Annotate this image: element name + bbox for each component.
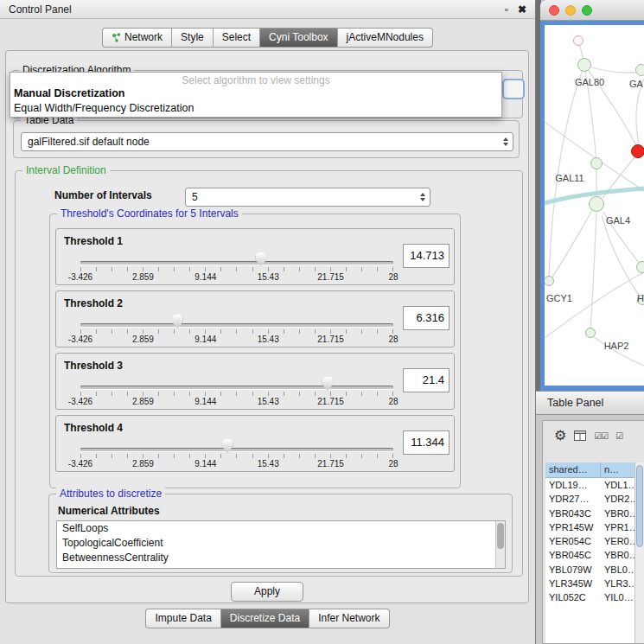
tab-jactivemnodules[interactable]: jActiveMNodules [337, 28, 433, 48]
tab-infer-network[interactable]: Infer Network [309, 609, 389, 628]
threshold-value-field[interactable]: 6.316 [403, 306, 450, 330]
threshold-box: Threshold 1 -3.4262.8599.14415.4321.7152… [55, 228, 455, 285]
threshold-slider[interactable]: -3.4262.8599.14415.4321.71528 [80, 416, 393, 471]
table-cell: YBL079W [545, 563, 601, 577]
table-header-row: shared… n… [545, 462, 634, 478]
network-node[interactable] [589, 196, 604, 212]
network-canvas[interactable]: GAL80GAGAL11GAL4GCY1HHAP2 [545, 25, 644, 386]
table-row[interactable]: YPR145WYPR1… [545, 520, 634, 534]
slider-track[interactable] [80, 323, 393, 327]
attribute-item[interactable]: SelfLoops [57, 521, 505, 536]
threshold-slider[interactable]: -3.4262.8599.14415.4321.71528 [80, 354, 393, 409]
close-icon[interactable]: ✖ [518, 3, 526, 16]
top-tabbar: Network Style Select Cyni Toolbox jActiv… [0, 28, 535, 48]
close-button[interactable] [549, 5, 559, 16]
attribute-item[interactable]: TopologicalCoefficient [57, 536, 505, 551]
threshold-value-field[interactable]: 11.344 [403, 430, 450, 455]
table-cell: YBR045C [545, 548, 601, 562]
dropdown-option-equal-width-frequency[interactable]: Equal Width/Frequency Discretization [10, 101, 501, 116]
tab-cyni-toolbox[interactable]: Cyni Toolbox [259, 28, 336, 48]
network-node[interactable] [635, 64, 644, 76]
table-row[interactable]: YBR043CYBR0… [545, 507, 634, 520]
slider-ticks [80, 454, 394, 458]
slider-scale-label: 28 [388, 459, 398, 469]
table-cell: YDR27… [545, 492, 601, 506]
cyni-toolbox-panel: Discretization Algorithm Select algorith… [5, 50, 529, 603]
slider-scale-label: 28 [388, 397, 398, 406]
tab-jactivemnodules-label: jActiveMNodules [347, 31, 424, 43]
dropdown-option-manual-discretization[interactable]: Manual Discretization [10, 86, 501, 101]
interval-definition-group-title: Interval Definition [22, 164, 110, 176]
table-cell: YPR1… [601, 520, 634, 534]
tab-impute-data-label: Impute Data [155, 612, 211, 624]
node-label: GCY1 [546, 293, 572, 303]
table-cell: YPR145W [545, 520, 601, 534]
slider-scale-label: 21.715 [317, 397, 344, 406]
column-header-shared-name[interactable]: shared… [545, 462, 601, 478]
slider-scale-label: -3.426 [68, 397, 92, 406]
numerical-attributes-label: Numerical Attributes [58, 505, 160, 517]
node-label: H [637, 293, 644, 303]
number-of-intervals-combobox[interactable]: 5 [185, 188, 430, 207]
table-row[interactable]: YER054CYER0… [545, 534, 634, 548]
tab-infer-network-label: Infer Network [318, 612, 379, 624]
threshold-box: Threshold 3 -3.4262.8599.14415.4321.7152… [55, 353, 455, 410]
algorithm-combo-focus-ring[interactable] [502, 79, 525, 99]
tab-style[interactable]: Style [171, 28, 213, 48]
table-scrollbar-thumb[interactable] [636, 465, 643, 547]
attributes-scrollbar[interactable] [495, 521, 505, 568]
slider-track[interactable] [80, 261, 393, 265]
tab-network[interactable]: Network [102, 28, 171, 48]
network-node[interactable] [577, 58, 591, 72]
network-node[interactable] [631, 144, 644, 158]
network-node[interactable] [590, 157, 603, 169]
tab-select[interactable]: Select [213, 28, 259, 48]
table-row[interactable]: YLR345WYLR3… [545, 577, 634, 590]
zoom-button[interactable] [582, 5, 592, 16]
table-cell: YBL0… [601, 563, 634, 577]
threshold-slider[interactable]: -3.4262.8599.14415.4321.71528 [80, 229, 393, 284]
table-data-combobox-value: galFiltered.sif default node [28, 136, 150, 148]
table-row[interactable]: YIL052CYIL0… [545, 590, 634, 604]
threshold-slider[interactable]: -3.4262.8599.14415.4321.71528 [80, 291, 393, 347]
table-data-group: Table Data galFiltered.sif default node [13, 120, 520, 158]
slider-scale-label: 9.144 [194, 459, 216, 469]
table-row[interactable]: YDR27…YDR2… [545, 492, 634, 506]
threshold-value-field[interactable]: 21.4 [403, 368, 450, 392]
slider-track[interactable] [80, 386, 393, 389]
network-node[interactable] [573, 35, 583, 46]
float-window-icon[interactable]: ▫ [505, 3, 508, 16]
apply-button[interactable]: Apply [231, 582, 303, 602]
attributes-group-title: Attributes to discretize [56, 488, 165, 500]
columns-icon[interactable] [574, 430, 586, 441]
minimize-button[interactable] [565, 5, 576, 16]
slider-scale-label: -3.426 [68, 459, 92, 469]
table-cell: YBR0… [601, 507, 634, 520]
slider-track[interactable] [80, 448, 393, 451]
tab-discretize-data[interactable]: Discretize Data [220, 609, 309, 628]
select-columns-icon[interactable]: ☑☑ [594, 431, 608, 441]
table-row[interactable]: YDL19…YDL1… [545, 478, 634, 492]
slider-scale-label: 15.43 [258, 272, 279, 282]
tab-impute-data[interactable]: Impute Data [145, 609, 220, 628]
gear-icon[interactable]: ⚙ [554, 429, 566, 443]
tab-style-label: Style [181, 31, 204, 43]
network-node[interactable] [585, 328, 596, 338]
table-data-combobox[interactable]: galFiltered.sif default node [21, 132, 513, 151]
table-row[interactable]: YBL079WYBL0… [545, 563, 634, 577]
table-scrollbar[interactable] [634, 462, 644, 643]
threshold-value-field[interactable]: 14.713 [403, 244, 450, 268]
slider-scale-label: 21.715 [317, 272, 344, 282]
attributes-scrollbar-thumb[interactable] [497, 523, 504, 549]
slider-ticks [80, 329, 394, 334]
slider-scale: -3.4262.8599.14415.4321.71528 [80, 459, 393, 469]
attribute-item[interactable]: BetweennessCentrality [57, 551, 505, 565]
node-label: HAP2 [604, 341, 629, 351]
thresholds-group-title: Threshold's Coordinates for 5 Intervals [57, 207, 242, 220]
table-cell: YER054C [545, 534, 601, 548]
network-node[interactable] [636, 261, 644, 273]
column-header-name[interactable]: n… [601, 462, 634, 478]
select-rows-icon[interactable]: ☑ [615, 431, 622, 441]
node-label: GAL11 [555, 173, 583, 183]
table-row[interactable]: YBR045CYBR0… [545, 548, 634, 562]
